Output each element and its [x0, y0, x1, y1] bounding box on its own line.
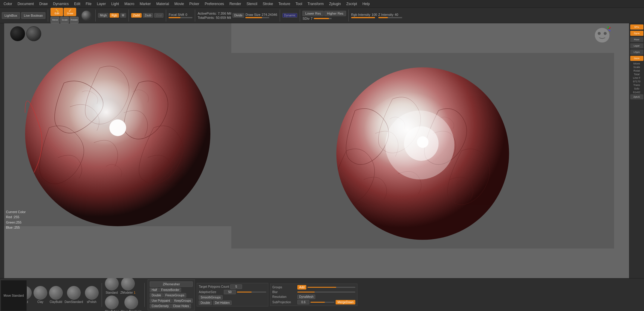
gizmo[interactable]: [593, 26, 611, 44]
linef-label: Line F: [630, 76, 643, 79]
m-button[interactable]: M: [120, 13, 126, 18]
live-boolean-button[interactable]: Live Boolean: [21, 12, 46, 19]
solo-label: Solo: [630, 87, 643, 90]
mrgb-button[interactable]: Mrgb: [98, 13, 108, 18]
dyna-mesh-button[interactable]: DynaMesh: [297, 295, 315, 299]
add-button[interactable]: Add: [297, 285, 306, 290]
higher-res-button[interactable]: Higher Res: [324, 11, 346, 16]
blur-slider[interactable]: [297, 292, 355, 292]
menu-layer[interactable]: Layer: [94, 1, 108, 7]
freeze-groups-button[interactable]: FreezeGroups: [163, 293, 186, 298]
menu-document[interactable]: Document: [15, 1, 36, 7]
menu-light[interactable]: Light: [109, 1, 121, 7]
zsub-button[interactable]: Zsub: [143, 13, 153, 18]
double-button[interactable]: Double: [150, 293, 163, 298]
subprojection-slider[interactable]: [310, 302, 334, 303]
rgb-intensity-slider[interactable]: [351, 17, 375, 18]
brush-claybuild[interactable]: ClayBuild: [49, 286, 63, 304]
brush-damstandard-label: DamStandard: [65, 300, 83, 304]
smooth-groups-button[interactable]: SmoothGroups: [199, 295, 222, 300]
lightbox-button[interactable]: LightBox: [2, 12, 20, 19]
focal-shift-slider[interactable]: [169, 17, 192, 18]
zplug-button[interactable]: ZpluG: [630, 94, 643, 99]
use-polypaint-button[interactable]: Use Polypaint: [150, 298, 172, 303]
menu-macro[interactable]: Macro: [122, 1, 137, 7]
move-label: Move: [630, 62, 643, 65]
scale-button[interactable]: Scale: [60, 17, 69, 23]
zremesher-button[interactable]: ZRemesher: [150, 281, 193, 287]
menu-stencil[interactable]: Stencil: [244, 1, 260, 7]
edit-button[interactable]: ✏️ Edit: [51, 8, 63, 16]
rotat-label: Rotat: [630, 69, 643, 72]
menu-zplugin[interactable]: Zplugin: [327, 1, 343, 7]
menu-picker[interactable]: Picker: [187, 1, 202, 7]
menu-tool[interactable]: Tool: [293, 1, 305, 7]
close-holes-button[interactable]: Close Holes: [171, 304, 191, 308]
brush-movetopologiz[interactable]: Move Topologiz: [121, 295, 141, 311]
divide-button[interactable]: Divide: [232, 13, 244, 18]
move-button[interactable]: Move: [51, 17, 59, 23]
menu-transform[interactable]: Transform: [305, 1, 326, 7]
layer-button[interactable]: Layer: [630, 43, 643, 48]
menu-file[interactable]: File: [83, 1, 94, 7]
color-density-button[interactable]: ColorDensity: [150, 304, 170, 308]
double-label-button[interactable]: Double: [199, 301, 212, 305]
zcut-button[interactable]: Zcut: [154, 13, 163, 18]
brush-spolish[interactable]: sPolish: [85, 286, 99, 304]
lsym-button[interactable]: LSym: [630, 50, 643, 55]
menu-render[interactable]: Render: [227, 1, 244, 7]
groups-slider[interactable]: [308, 287, 355, 288]
rgb-button[interactable]: Rgb: [110, 13, 119, 18]
keep-groups-button[interactable]: KeepGroups: [172, 298, 193, 303]
rotate-button[interactable]: Rotate: [70, 17, 79, 23]
spix-button[interactable]: SPix: [630, 24, 643, 30]
menu-zscript[interactable]: Zscript: [344, 1, 360, 7]
subprojection-row: SubProjection 0.6 MergeDown: [272, 300, 355, 304]
half-button[interactable]: Half: [150, 288, 159, 292]
sdiv-slider[interactable]: [314, 18, 332, 19]
draw-size-value: 274.24346: [262, 13, 277, 16]
target-value[interactable]: 5: [230, 284, 242, 289]
adaptive-slider[interactable]: [237, 292, 266, 292]
menu-draw[interactable]: Draw: [37, 1, 50, 7]
menu-help[interactable]: Help: [360, 1, 372, 7]
zadd-button[interactable]: Zadd: [131, 13, 142, 18]
lower-res-button[interactable]: Lower Res: [302, 11, 324, 16]
foreground-color-swatch[interactable]: [10, 26, 25, 41]
menu-texture[interactable]: Texture: [276, 1, 293, 7]
draw-size-slider[interactable]: [245, 17, 269, 18]
menu-color[interactable]: Color: [1, 1, 15, 7]
brush-damstandard[interactable]: DamStandard: [65, 286, 83, 304]
adaptive-value[interactable]: 50: [224, 290, 236, 294]
main-area: Current Color Red :255 Green:255 Blue :2…: [0, 23, 644, 278]
brush-zmodeler[interactable]: ZModeler 1: [120, 277, 136, 294]
red-value: Red :255: [6, 215, 26, 220]
dynamic-button[interactable]: Dynamic: [282, 13, 298, 18]
freeze-border-button[interactable]: FreezeBorder: [159, 288, 181, 292]
menu-dynamics[interactable]: Dynamics: [51, 1, 71, 7]
background-color-swatch[interactable]: [26, 26, 41, 41]
brush-claytubes[interactable]: ClayTubes: [105, 295, 119, 311]
dyna-button[interactable]: Dyna: [630, 31, 643, 36]
merge-down-button[interactable]: MergeDown: [336, 300, 355, 304]
brush-tools-2: Standard ZModeler 1 ClayTubes Move Topol…: [105, 277, 142, 311]
del-hidden-button[interactable]: Del Hidden: [213, 301, 231, 305]
menu-stroke[interactable]: Stroke: [260, 1, 276, 7]
material-preview[interactable]: [81, 10, 92, 21]
brush-clay[interactable]: Clay: [33, 286, 47, 304]
menu-movie[interactable]: Movie: [172, 1, 186, 7]
menu-marker[interactable]: Marker: [137, 1, 153, 7]
draw-button[interactable]: 🖊 Draw: [64, 8, 76, 16]
menu-material[interactable]: Material: [154, 1, 172, 7]
subprojection-value[interactable]: 0.6: [297, 300, 309, 304]
gizmo-button[interactable]: Gizm: [630, 56, 643, 61]
floor-button[interactable]: Floor: [630, 37, 643, 42]
brush-claytubes-icon: [105, 295, 119, 309]
brush-standard[interactable]: Standard: [105, 277, 119, 294]
separator-1: [48, 10, 48, 21]
sphere-right-container: [231, 23, 614, 278]
canvas-area[interactable]: Current Color Red :255 Green:255 Blue :2…: [4, 23, 629, 278]
z-intensity-slider[interactable]: [378, 17, 402, 18]
menu-preferences[interactable]: Preferences: [202, 1, 227, 7]
menu-edit[interactable]: Edit: [72, 1, 83, 7]
